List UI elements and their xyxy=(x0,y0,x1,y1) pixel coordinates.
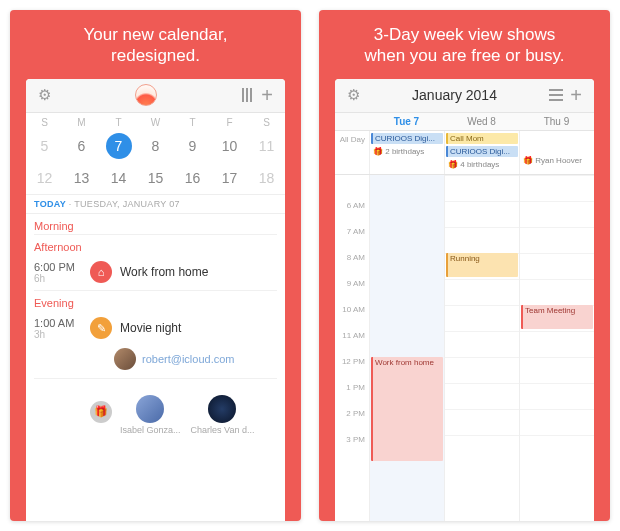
phone-screen: January 2014 Tue 7 Wed 8 Thu 9 All Day C… xyxy=(335,79,594,522)
home-icon: ⌂ xyxy=(90,261,112,283)
top-bar: January 2014 xyxy=(335,79,594,113)
day-cell[interactable]: 18 xyxy=(248,170,285,186)
event-time: 6:00 PM 6h xyxy=(34,261,82,284)
agenda-list: Morning Afternoon 6:00 PM 6h ⌂ Work from… xyxy=(26,214,285,522)
birthday-person[interactable]: Isabel Gonza... xyxy=(120,395,181,435)
avatar xyxy=(136,395,164,423)
allday-chip[interactable]: 🎁 2 birthdays xyxy=(371,146,443,157)
allday-row: All Day CURIOOS Digi... 🎁 2 birthdays Ca… xyxy=(335,131,594,175)
event-block-team[interactable]: Team Meeting xyxy=(521,305,593,329)
event-title: Movie night xyxy=(120,321,181,335)
birthday-person[interactable]: Charles Van d... xyxy=(191,395,255,435)
attendee-row[interactable]: robert@icloud.com xyxy=(34,346,277,374)
ticket-icon: ✎ xyxy=(90,317,112,339)
day-cell[interactable]: 8 xyxy=(137,138,174,154)
day-cell[interactable]: 15 xyxy=(137,170,174,186)
section-evening: Evening xyxy=(34,291,277,311)
day-cell[interactable]: 16 xyxy=(174,170,211,186)
allday-col-tue: CURIOOS Digi... 🎁 2 birthdays xyxy=(369,131,444,174)
event-time: 1:00 AM 3h xyxy=(34,317,82,340)
phone-screen: SMTWTFS 5 6 7 8 9 10 11 12 13 14 15 16 1… xyxy=(26,79,285,522)
day-cell[interactable]: 17 xyxy=(211,170,248,186)
birthday-item[interactable]: 🎁 Isabel Gonza... Charles Van d... xyxy=(34,379,277,441)
promo-panel-right: 3-Day week view shows when you are free … xyxy=(319,10,610,521)
event-block-wfh[interactable]: Work from home xyxy=(371,357,443,461)
today-header: TODAY · TUESDAY, JANUARY 07 xyxy=(26,194,285,214)
day-header-tue[interactable]: Tue 7 xyxy=(369,113,444,130)
gear-icon[interactable] xyxy=(343,85,363,105)
day-column-wed[interactable]: Running xyxy=(444,175,519,522)
attendee-email: robert@icloud.com xyxy=(142,353,234,365)
day-header-thu[interactable]: Thu 9 xyxy=(519,113,594,130)
day-cell[interactable]: 14 xyxy=(100,170,137,186)
section-afternoon: Afternoon xyxy=(34,235,277,255)
list-icon[interactable] xyxy=(546,85,566,105)
allday-label: All Day xyxy=(335,131,369,174)
month-title[interactable]: January 2014 xyxy=(412,87,497,103)
week-header: Tue 7 Wed 8 Thu 9 xyxy=(335,113,594,131)
allday-chip[interactable]: 🎁 4 birthdays xyxy=(446,159,518,170)
weekday-header: SMTWTFS xyxy=(26,113,285,130)
allday-chip[interactable]: CURIOOS Digi... xyxy=(371,133,443,144)
gear-icon[interactable] xyxy=(34,85,54,105)
avatar xyxy=(208,395,236,423)
add-event-icon[interactable] xyxy=(566,85,586,105)
day-cell[interactable]: 5 xyxy=(26,138,63,154)
allday-chip[interactable]: CURIOOS Digi... xyxy=(446,146,518,157)
day-column-thu[interactable]: Team Meeting xyxy=(519,175,594,522)
promo-panel-left: Your new calendar, redesigned. SMTWTFS 5… xyxy=(10,10,301,521)
app-logo-icon xyxy=(135,84,157,106)
section-morning: Morning xyxy=(34,214,277,234)
day-cell[interactable]: 10 xyxy=(211,138,248,154)
slogan: 3-Day week view shows when you are free … xyxy=(319,10,610,79)
event-item[interactable]: 1:00 AM 3h ✎ Movie night xyxy=(34,311,277,346)
month-row: 12 13 14 15 16 17 18 xyxy=(26,162,285,194)
add-event-icon[interactable] xyxy=(257,85,277,105)
allday-col-thu: 🎁 Ryan Hoover xyxy=(519,131,594,174)
allday-chip[interactable]: 🎁 Ryan Hoover xyxy=(521,155,593,166)
allday-chip[interactable]: Call Mom xyxy=(446,133,518,144)
day-cell[interactable]: 12 xyxy=(26,170,63,186)
slogan: Your new calendar, redesigned. xyxy=(10,10,301,79)
top-bar xyxy=(26,79,285,113)
month-row: 5 6 7 8 9 10 11 xyxy=(26,130,285,162)
day-header-wed[interactable]: Wed 8 xyxy=(444,113,519,130)
day-cell[interactable]: 9 xyxy=(174,138,211,154)
day-column-tue[interactable]: Work from home xyxy=(369,175,444,522)
day-cell-selected[interactable]: 7 xyxy=(100,133,137,159)
avatar xyxy=(114,348,136,370)
gift-icon: 🎁 xyxy=(90,401,112,423)
time-grid[interactable]: 6 AM7 AM8 AM9 AM10 AM11 AM12 PM1 PM2 PM3… xyxy=(335,175,594,522)
columns-icon[interactable] xyxy=(237,85,257,105)
event-title: Work from home xyxy=(120,265,208,279)
event-block-running[interactable]: Running xyxy=(446,253,518,277)
day-cell[interactable]: 11 xyxy=(248,138,285,154)
day-cell[interactable]: 6 xyxy=(63,138,100,154)
allday-col-wed: Call Mom CURIOOS Digi... 🎁 4 birthdays xyxy=(444,131,519,174)
day-cell[interactable]: 13 xyxy=(63,170,100,186)
hour-labels: 6 AM7 AM8 AM9 AM10 AM11 AM12 PM1 PM2 PM3… xyxy=(335,175,369,522)
event-item[interactable]: 6:00 PM 6h ⌂ Work from home xyxy=(34,255,277,290)
